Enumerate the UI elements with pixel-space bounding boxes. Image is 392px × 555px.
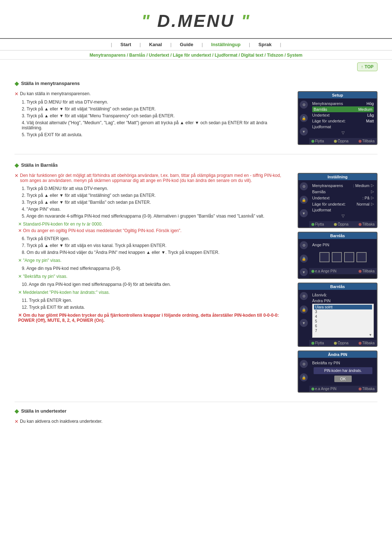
step-2-2: 2. Tryck på ▲ eller ▼ för att väljat "In… [22,193,287,198]
screen-inst-arrow: ▽ [312,213,374,219]
quote-close: " [241,11,251,31]
side-icon-3b: 🔒 [300,255,308,263]
level-list: Ulara solrtt 3 4 5 6 7 ▼ [312,304,374,338]
screen-barnlas-main: Ange PIN [309,239,377,278]
andra-pin-label: Ändra PIN [312,298,374,304]
x-mark-4: ✕ [18,228,23,233]
section1-text: ✕ Du kan ställa in menytransparensen. 1.… [15,91,287,140]
section3-header: ◆ Ställa in undertexter [15,408,377,414]
step-2-8: 8. Om du vill ändra PIN-kod väljer du "Ä… [22,250,287,255]
dot-red-2 [359,223,362,226]
nav-sep-5: | [277,42,284,47]
screen-installning-rows: Menytransparens : Medium ▷ Barnlås [309,180,377,221]
pin-boxes [312,252,374,262]
top-arrow-icon: ↑ [361,64,363,69]
top-label: TOP [365,64,373,69]
step-2-11: 11. Tryck på ENTER igen. [22,298,287,303]
nav-sep-3: | [199,42,205,47]
side-icon-5a: ⚙ [300,360,308,368]
screen-row-4: Läge för undertext: Matt [312,118,374,124]
screen-lasniva-main: Låsnivå: Ändra PIN Ulara solrtt 3 4 5 [309,290,377,346]
divider-1 [15,154,377,154]
screen-side-icons-3: ⚙ 🔒 ▼ [298,239,309,278]
level-item-1[interactable]: 3 [314,309,372,314]
nav-kanal[interactable]: Kanal [144,42,167,47]
note-bekrafta: ✕ "Bekräfta ny pin" visas. [18,274,287,279]
pin-box-4[interactable] [356,252,367,262]
dot-red-4 [359,342,362,345]
confirm-message: PIN-koden har ändrats. [314,367,372,374]
dot-green-3 [311,270,314,273]
side-icon-1a: ⚙ [300,101,308,109]
footer-oppna-1: Öppna [334,139,348,143]
x-mark-6: ✕ [18,274,23,279]
screen-setup-main: Menytransparens Hög Barnlås Medium Under… [309,98,377,144]
footer-tillbaka-1: Tillbaka [359,139,375,143]
screen-barnlas-rows: Ange PIN [309,239,377,268]
footer-flytta-2: Flytta [311,222,324,226]
step-2-12: 12. Tryck på EXIT för att avsluta. [22,305,287,310]
top-btn-container: ↑ TOP [0,60,392,73]
screen-row-1: Menytransparens Hög [312,101,374,106]
level-item-2[interactable]: 4 [314,314,372,319]
step-2-10: 10. Ange din nya PIN-kod igen med siffer… [22,282,287,287]
side-icon-5b: 🔒 [300,373,308,381]
main-content: ◆ Ställa in menytransparens ✕ Du kan stä… [0,73,392,434]
screen-inst-row-1: Menytransparens : Medium ▷ [312,182,374,189]
nav-sprak[interactable]: Sprak [253,42,277,47]
x-mark-7: ✕ [18,290,23,295]
side-icon-3a: ⚙ [300,241,308,249]
level-scroll: ▼ [314,333,372,337]
screen-setup: Setup ⚙ 🔒 ▼ Menytransparens Hög [298,91,377,145]
divider-2 [15,402,377,402]
screen-inst-row-2: Barnlås ▷ [312,189,374,195]
screen-setup-footer: Flytta Öppna Tillbaka [309,138,377,144]
step-1-4: 4. Välj önskat alternativ ("Hog", "Mediu… [22,120,287,130]
level-item-0[interactable]: Ulara solrtt [314,305,372,309]
step-1-1: 1. Tryck på D.MENU för att visa DTV-meny… [22,100,287,105]
bekrafta-label: Bekräfta ny PIN [312,360,374,366]
screen-andra-main: Bekräfta ny PIN PIN-koden har ändrats. O… [309,358,377,392]
dot-yellow-2 [334,223,337,226]
screen-lasniva-footer: Flytta Öppna Tillbaka [309,340,377,346]
pin-box-3[interactable] [344,252,354,262]
side-icon-4a: ⚙ [300,292,308,300]
title-text: D.MENU [151,11,241,31]
screen-installning-main: Menytransparens : Medium ▷ Barnlås [309,180,377,227]
side-icon-3c: ▼ [300,268,308,276]
screen-inst-row-3: Undertext : På ▷ [312,195,374,201]
top-button[interactable]: ↑ TOP [357,62,377,71]
ok-button[interactable]: OK [334,376,352,382]
diamond-icon-1: ◆ [15,80,19,87]
nav-installning[interactable]: Inställningup [206,42,246,47]
step-2-4: 4. "Ange PIN" visas. [22,207,287,212]
footer-ange-pin-2: e.a Ange PIN [311,387,336,391]
footer-tillbaka-5: Tillbaka [359,387,375,391]
dot-yellow-1 [334,140,337,143]
page-title: " D.MENU " [0,11,392,31]
pin-box-1[interactable] [319,252,330,262]
level-item-5[interactable]: 7 [314,328,372,333]
screen-andra-footer: e.a Ange PIN Tillbaka [309,386,377,392]
footer-ange-pin: e.a Ange PIN [311,269,336,273]
pin-box-2[interactable] [332,252,342,262]
screen-setup-body: ⚙ 🔒 ▼ Menytransparens Hög Barnlås [298,98,377,144]
x-mark-3: ✕ [18,222,23,227]
nav-guide[interactable]: Guide [175,42,199,47]
step-1-5: 5. Tryck på EXIT för att avsluta. [22,132,287,137]
dot-red-5 [359,388,362,390]
x-mark-5: ✕ [18,258,23,263]
footer-oppna-2: Öppna [334,222,348,226]
quote-open: " [141,11,151,31]
section2-screens: Inställning ⚙ 🔒 ▼ Menytransparens [298,173,377,396]
screen-installning: Inställning ⚙ 🔒 ▼ Menytransparens [298,173,377,228]
level-item-3[interactable]: 5 [314,319,372,324]
diamond-icon-3: ◆ [15,408,19,414]
nav-sep-4: | [246,42,253,47]
nav-start[interactable]: Start [115,42,137,47]
step-1-3: 3. Tryck på ▲ eller ▼ för att väljat "Me… [22,113,287,118]
ange-pin-label: Ange PIN [312,241,374,248]
level-item-4[interactable]: 6 [314,324,372,328]
note-ange-ny-pin: ✕ "Ange ny pin" visas. [18,258,287,263]
screen-andra-rows: Bekräfta ny PIN PIN-koden har ändrats. O… [309,358,377,386]
